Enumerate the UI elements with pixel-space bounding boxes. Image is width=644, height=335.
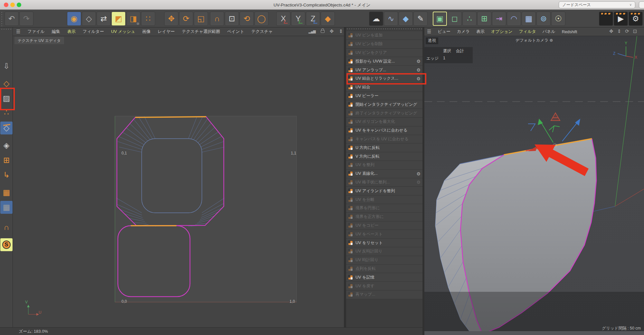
light-icon[interactable]: ☉ xyxy=(551,12,565,26)
texture-mode-icon[interactable]: ▨ xyxy=(0,92,13,105)
redo-icon[interactable]: ↷ xyxy=(19,12,33,26)
render-settings-icon[interactable]: ⚙ xyxy=(629,12,643,26)
uv-menu-paint[interactable]: ペイント xyxy=(227,29,244,34)
rect-select-icon[interactable]: ⊡ xyxy=(225,12,239,26)
live-select-icon[interactable]: ◉ xyxy=(67,12,81,26)
texture-tile-icon[interactable]: ⊞ xyxy=(0,154,13,167)
model-mode-icon[interactable]: ◇ xyxy=(0,77,13,90)
command-panel-drag-handle[interactable] xyxy=(346,28,422,31)
viewport-3d[interactable]: Y Z X 透視 デフォルトカメラ ⊚ 選択 合計 エッジ 1 グリッド間隔 :… xyxy=(424,36,644,335)
rotate-panel-icon[interactable]: ⟳ xyxy=(625,28,629,34)
magnet-snap-icon[interactable]: ∩ xyxy=(0,221,13,234)
points-mode-icon[interactable]: ∴ xyxy=(0,106,13,119)
gear-icon[interactable]: ⚙ xyxy=(416,76,421,81)
floor-grid-icon[interactable]: ▦ xyxy=(522,12,536,26)
snap-magnet-icon[interactable]: ∩ xyxy=(210,12,224,26)
coord-system-icon[interactable]: ◆ xyxy=(321,12,335,26)
bend-deformer-icon[interactable]: ◠ xyxy=(507,12,521,26)
uv-command-flip-v[interactable]: V 方向に反転 xyxy=(346,152,422,161)
uv-editor-tab[interactable]: テクスチャ UV エディタ xyxy=(14,37,64,44)
pin-panel-icon[interactable]: ⇕ xyxy=(339,28,343,34)
uv-command-uv-unwrap[interactable]: UV アンラップ...⚙ xyxy=(346,66,422,74)
model-cube-icon[interactable]: ◇ xyxy=(82,12,96,26)
circle-select-icon[interactable]: ◯ xyxy=(254,12,269,26)
x-lock-icon[interactable]: X xyxy=(276,12,290,26)
uv-command-flip-u[interactable]: U 方向に反転 xyxy=(346,143,422,152)
lock-icon[interactable] xyxy=(321,30,325,33)
workplane-icon[interactable]: ↳ xyxy=(0,169,13,182)
move-panel-icon[interactable]: ✥ xyxy=(609,28,613,34)
histogram-icon[interactable]: ▂▄▆ xyxy=(308,29,316,34)
edge-mode-icon[interactable]: ◇ xyxy=(0,122,13,134)
scale-tool-icon[interactable]: ◱ xyxy=(194,12,208,26)
subdivision-cage-icon[interactable]: ▣ xyxy=(433,12,447,26)
panel-divider[interactable] xyxy=(344,27,346,327)
primitive-cube-icon[interactable]: ◆ xyxy=(399,12,413,26)
window-maximize-icon[interactable]: ⊡ xyxy=(633,28,637,34)
gear-icon[interactable]: ⚙ xyxy=(416,171,421,176)
gear-icon[interactable]: ⚙ xyxy=(416,180,421,185)
rail-drag-handle[interactable] xyxy=(1,28,12,31)
vp-menu-panel[interactable]: パネル xyxy=(543,29,555,34)
vp-menu-redshift[interactable]: Redshift xyxy=(562,29,577,34)
viewport-scrollbar[interactable] xyxy=(424,331,644,335)
symmetry-icon[interactable]: ⇥ xyxy=(492,12,506,26)
axis-rotate-icon[interactable]: ⟲ xyxy=(240,12,254,26)
vp-menu-display[interactable]: 表示 xyxy=(476,29,485,34)
vp-menu-filter[interactable]: フィルタ xyxy=(519,29,536,34)
uv-canvas[interactable]: 0,1 1,1 0,0 1,0 V U xyxy=(13,36,344,327)
vp-menu-camera[interactable]: カメラ xyxy=(457,29,470,34)
uv-command-start-interactive-mapping[interactable]: 開始インタラクティブマッピング xyxy=(346,100,422,109)
cluster-points-icon[interactable]: ∴ xyxy=(462,12,477,26)
render-current-icon[interactable] xyxy=(599,12,613,26)
uv-command-uv-peeler[interactable]: UV ピーラー xyxy=(346,92,422,101)
snap-grid-icon[interactable]: ▦ xyxy=(0,186,13,199)
node-space-dropdown[interactable]: ノードスペース ∨ xyxy=(559,1,635,8)
uv-menu-texture[interactable]: テクスチャ xyxy=(251,29,273,34)
toolbar-drag-handle[interactable] xyxy=(1,11,3,26)
gear-icon[interactable]: ⚙ xyxy=(416,59,421,64)
partial-dropdown[interactable] xyxy=(639,1,644,8)
move-panel-icon[interactable]: ✥ xyxy=(330,28,334,34)
make-editable-icon[interactable]: ⇩ xyxy=(0,60,13,73)
camera-icon[interactable]: ⊚ xyxy=(536,12,551,26)
render-picture-viewer-icon[interactable]: ▶ xyxy=(614,12,628,26)
z-lock-icon[interactable]: Z xyxy=(306,12,320,26)
snap-settings-icon[interactable]: S xyxy=(0,238,13,251)
uv-menu-layer[interactable]: レイヤー xyxy=(158,29,175,34)
uv-command-store-uv[interactable]: UV を記憶 xyxy=(346,273,422,282)
arrange-gear-icon[interactable]: ◨⚙ xyxy=(126,12,140,26)
workplane-lock-icon[interactable]: ▦ xyxy=(0,201,13,214)
pen-tool-icon[interactable]: ✎ xyxy=(413,12,428,26)
vp-menu-options[interactable]: オプション xyxy=(491,29,513,34)
uv-menu-filter[interactable]: フィルター xyxy=(83,29,104,34)
hamburger-menu-icon[interactable]: ☰ xyxy=(16,29,20,34)
uv-menu-file[interactable]: ファイル xyxy=(27,29,44,34)
polygon-mode-icon[interactable]: ◈ xyxy=(0,139,13,152)
undo-icon[interactable]: ↶ xyxy=(5,12,19,26)
tweak-mode-icon[interactable]: ◩ xyxy=(111,12,126,26)
spline-icon[interactable]: ∿ xyxy=(384,12,398,26)
transfer-icon[interactable]: ⇄ xyxy=(97,12,111,26)
uv-command-uv-straighten[interactable]: UV 直線化...⚙ xyxy=(346,170,422,178)
uv-command-fit-uv-to-canvas[interactable]: UV をキャンバスに合わせる xyxy=(346,126,422,135)
render-view-icon[interactable]: ☁ xyxy=(369,12,383,26)
uv-menu-texture-selection[interactable]: テクスチャ選択範囲 xyxy=(182,29,220,34)
camera-label[interactable]: デフォルトカメラ ⊚ xyxy=(424,38,644,43)
volume-cubes-icon[interactable]: ⊞ xyxy=(477,12,491,26)
gear-icon[interactable]: ⚙ xyxy=(416,67,421,73)
uv-command-reset-uv[interactable]: UV をリセット xyxy=(346,239,422,247)
uv-command-projection-uvw[interactable]: 投影から UVW 設定...⚙ xyxy=(346,57,422,66)
y-lock-icon[interactable]: Y xyxy=(291,12,305,26)
extrude-cube-icon[interactable]: ◻ xyxy=(448,12,462,26)
uv-command-uv-weld-relax[interactable]: UV 結合とリラックス...⚙ xyxy=(346,74,422,83)
uv-menu-view[interactable]: 表示 xyxy=(67,29,76,34)
uv-menu-edit[interactable]: 編集 xyxy=(52,29,60,34)
pin-panel-icon[interactable]: ⇕ xyxy=(617,28,621,34)
uv-selected-edge-large[interactable] xyxy=(135,117,206,117)
uv-command-align-uv-islands[interactable]: UV アイランドを整列 xyxy=(346,187,422,195)
uv-command-uv-weld[interactable]: UV 結合 xyxy=(346,83,422,92)
uv-menu-uv-mesh[interactable]: UV メッシュ xyxy=(111,29,135,34)
vp-menu-view[interactable]: ビュー xyxy=(438,29,450,34)
rotate-tool-icon[interactable]: ⟳ xyxy=(179,12,193,26)
